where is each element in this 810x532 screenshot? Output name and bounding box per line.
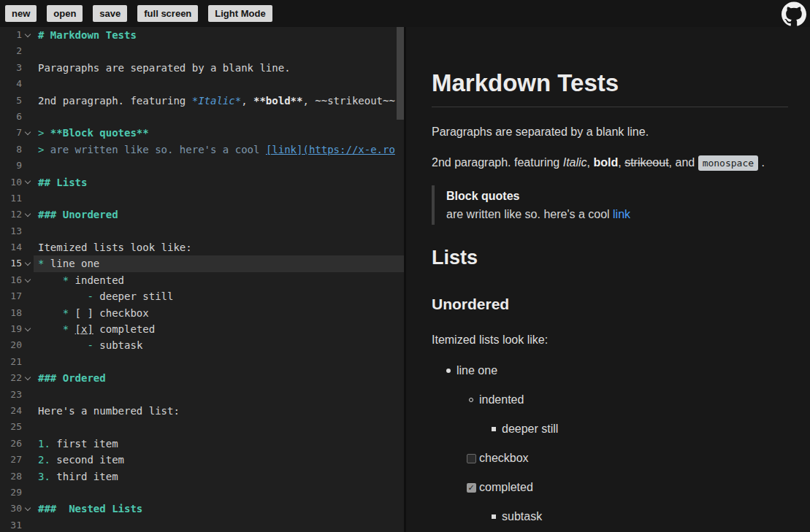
code-line-text: * [ ] checkbox [34,305,404,321]
line-number-gutter: 9 [0,158,34,174]
editor-line[interactable]: 23 [0,387,404,403]
fold-chevron-icon[interactable] [22,272,34,288]
line-number: 7 [16,125,22,141]
fold-chevron-icon[interactable] [22,501,34,517]
toolbar: new open save full screen Light Mode [0,0,810,27]
editor-line[interactable]: 283. third item [0,469,404,485]
editor-line[interactable]: 31 [0,517,404,532]
line-number: 18 [10,305,22,321]
code-line-text [34,109,404,125]
line-number: 17 [10,288,22,304]
text: Paragraphs are separated by a blank line… [432,126,649,138]
editor-line[interactable]: 2 [0,43,404,59]
light-mode-button[interactable]: Light Mode [208,5,272,22]
fold-chevron-icon[interactable] [22,321,34,337]
editor-scrollbar-thumb[interactable] [397,27,404,120]
list-marker [463,398,479,402]
line-number-gutter: 30 [0,501,34,517]
line-number: 31 [10,517,22,532]
open-button[interactable]: open [47,5,83,22]
editor-line[interactable]: 18 * [ ] checkbox [0,305,404,321]
fold-chevron-icon[interactable] [22,370,34,386]
fold-chevron-icon [22,76,34,92]
fold-chevron-icon [22,485,34,501]
line-number-gutter: 18 [0,305,34,321]
app-window: new open save full screen Light Mode 1# … [0,0,810,532]
editor-line[interactable]: 52nd paragraph. featuring *Italic*, **bo… [0,93,404,109]
strong-text: bold [593,156,618,169]
editor-line[interactable]: 20 - subtask [0,337,404,353]
line-number-gutter: 15 [0,255,34,271]
line-number: 29 [10,485,22,501]
editor-line[interactable]: 14Itemized lists look like: [0,239,404,255]
editor-line[interactable]: 21 [0,354,404,370]
editor-line[interactable]: 10## Lists [0,174,404,190]
editor-line[interactable]: 24Here's a numbered list: [0,403,404,419]
editor-line[interactable]: 4 [0,76,404,92]
line-number-gutter: 6 [0,109,34,125]
editor-line[interactable]: 13 [0,223,404,239]
list-item-text: indented [479,391,524,409]
list-marker [486,514,502,519]
bullet-square-icon [492,427,496,431]
code-line-text [34,485,404,501]
bullet-list: line oneindenteddeeper stillcheckbox✓com… [432,362,788,525]
line-number: 19 [10,321,22,337]
list-item: line one [440,362,788,379]
editor-line[interactable]: 17 - deeper still [0,288,404,304]
checkbox-icon [467,454,476,463]
editor-line[interactable]: 272. second item [0,452,404,468]
code-line-text [34,43,404,59]
fold-chevron-icon [22,288,34,304]
editor-line[interactable]: 8> are written like so. here's a cool [l… [0,142,404,158]
link[interactable]: link [613,208,630,220]
editor-line[interactable]: 261. first item [0,436,404,452]
fold-chevron-icon[interactable] [22,207,34,223]
code-text: monospace [698,155,758,171]
editor-line[interactable]: 25 [0,419,404,435]
editor-line[interactable]: 19 * [x] completed [0,321,404,337]
code-line-text: 1. first item [34,436,404,452]
line-number-gutter: 31 [0,517,34,532]
bullet-circle-icon [469,398,473,402]
editor-scrollbar[interactable] [397,27,404,532]
fold-chevron-icon[interactable] [22,174,34,190]
editor-line[interactable]: 1# Markdown Tests [0,27,404,43]
fullscreen-button[interactable]: full screen [137,5,198,22]
line-number: 3 [16,60,22,76]
checkbox-checked-icon: ✓ [467,483,476,493]
editor-line[interactable]: 7> **Block quotes** [0,125,404,141]
editor-line[interactable]: 6 [0,109,404,125]
editor-line[interactable]: 3Paragraphs are separated by a blank lin… [0,60,404,76]
save-button[interactable]: save [93,5,127,22]
editor-line[interactable]: 30### Nested Lists [0,501,404,517]
editor-line[interactable]: 22### Ordered [0,370,404,386]
list-item: indented [463,391,788,409]
editor-line[interactable]: 12### Unordered [0,207,404,223]
line-number: 23 [10,387,22,403]
fold-chevron-icon[interactable] [22,27,34,43]
line-number-gutter: 20 [0,337,34,353]
new-button[interactable]: new [5,5,37,22]
editor-line[interactable]: 11 [0,190,404,207]
line-number: 5 [16,93,22,109]
preview-pane[interactable]: Markdown TestsParagraphs are separated b… [406,27,810,532]
preview-paragraph: 2nd paragraph. featuring Italic, bold, s… [432,154,788,172]
line-number: 15 [10,255,22,271]
code-line-text [34,387,404,403]
line-number: 20 [10,337,22,353]
line-number: 13 [10,223,22,239]
code-line-text: - deeper still [34,288,404,304]
preview-heading-h3: Unordered [432,295,788,314]
editor-line[interactable]: 16 * indented [0,272,404,288]
github-link[interactable] [781,1,807,27]
fold-chevron-icon[interactable] [22,125,34,141]
editor-pane[interactable]: 1# Markdown Tests23Paragraphs are separa… [0,27,404,532]
editor-line[interactable]: 9 [0,158,404,174]
text: 2nd paragraph. featuring [432,156,563,169]
line-number: 8 [16,142,22,158]
editor-line[interactable]: 29 [0,485,404,501]
fold-chevron-icon [22,239,34,255]
editor-line[interactable]: 15* line one [0,255,404,271]
fold-chevron-icon[interactable] [22,255,34,271]
